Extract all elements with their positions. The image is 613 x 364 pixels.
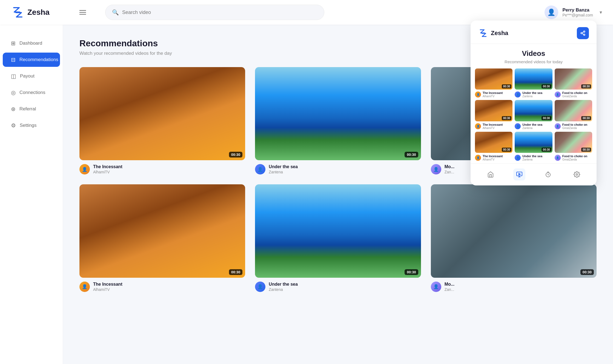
panel-video-item[interactable]: 00:30 👤 The Incessant AlhamiTV (475, 132, 512, 161)
panel-video-title: The Incessant (483, 91, 503, 95)
panel-video-grid: 00:30 👤 The Incessant AlhamiTV 00:30 👤 U… (471, 68, 597, 161)
recommendations-icon: ⊟ (11, 56, 16, 63)
panel-channel-avatar: 👤 (475, 91, 481, 98)
panel-nav-play[interactable] (513, 168, 525, 180)
channel-name: AlhamiTV (93, 170, 122, 174)
panel-video-title: Food to choke on (562, 91, 588, 95)
panel-channel-avatar: 👤 (555, 155, 561, 161)
video-card[interactable]: 00:30 👤 The Incessant AlhamiTV (79, 67, 245, 174)
video-title: Under the sea (269, 164, 298, 169)
chevron-down-icon: ▾ (600, 9, 602, 15)
video-info: The Incessant AlhamiTV (93, 164, 122, 174)
sidebar-item-dashboard[interactable]: ⊞ Dashboard (3, 36, 60, 50)
panel-channel-name: Zantena (522, 127, 542, 130)
panel-video-item[interactable]: 00:30 👤 Under the sea Zantena (515, 100, 552, 129)
panel-video-title: The Incessant (483, 123, 503, 127)
video-meta: 👤 The Incessant AlhamiTV (79, 164, 245, 174)
channel-name: Zantena (269, 287, 298, 292)
channel-avatar: 👤 (79, 282, 90, 292)
panel-share-button[interactable] (577, 27, 589, 39)
panel-nav-home[interactable] (485, 168, 497, 180)
video-meta: 👤 The Incessant AlhamiTV (79, 282, 245, 292)
panel-channel-avatar: 👤 (555, 91, 561, 98)
connections-icon: ◎ (11, 89, 16, 96)
video-info: Under the sea Zantena (269, 282, 298, 292)
search-bar[interactable]: 🔍 (105, 5, 324, 20)
channel-name: Zan... (445, 170, 454, 174)
video-card[interactable]: 00:30 👤 The Incessant AlhamiTV (79, 184, 245, 292)
channel-name: Zan... (445, 287, 454, 292)
svg-point-1 (581, 33, 582, 34)
panel-video-title: Food to choke on (562, 154, 588, 158)
channel-name: AlhamiTV (93, 287, 122, 292)
hamburger-menu[interactable] (77, 7, 89, 17)
search-input[interactable] (122, 10, 317, 15)
user-email: Pe***@gmail.com (563, 13, 593, 17)
user-area[interactable]: 👤 Perry Banza Pe***@gmail.com ▾ (545, 5, 602, 19)
panel-logo-icon (478, 28, 488, 38)
panel-channel-name: GreatZanda (562, 95, 588, 98)
logo-area: Zesha (11, 5, 71, 19)
video-meta: 👤 Mo... Zan... (431, 282, 597, 292)
overlay-panel: Zesha Videos Recommended videos for toda… (471, 21, 597, 185)
video-meta: 👤 Under the sea Zantena (255, 164, 421, 174)
panel-video-item[interactable]: 00:30 👤 The Incessant AlhamiTV (475, 100, 512, 129)
video-title: Mo... (445, 164, 454, 169)
panel-video-meta: 👤 Under the sea Zantena (515, 154, 552, 161)
video-info: Under the sea Zantena (269, 164, 298, 174)
video-card[interactable]: 00:30 👤 Under the sea Zantena (255, 67, 421, 174)
panel-video-item[interactable]: 00:30 👤 Food to choke on GreatZanda (555, 100, 592, 129)
panel-video-meta: 👤 Food to choke on GreatZanda (555, 123, 592, 130)
svg-line-3 (582, 33, 584, 34)
panel-video-item[interactable]: 00:30 👤 The Incessant AlhamiTV (475, 68, 512, 98)
svg-point-2 (584, 34, 585, 35)
user-name: Perry Banza (563, 7, 593, 13)
sidebar-item-settings[interactable]: ⚙ Settings (3, 118, 60, 133)
duration-badge: 00:30 (405, 152, 418, 157)
panel-nav-timer[interactable] (542, 168, 554, 180)
panel-thumbnail: 00:30 (475, 68, 512, 90)
channel-name: Zantena (269, 170, 298, 174)
video-info: Mo... Zan... (445, 282, 454, 292)
panel-video-title: Food to choke on (562, 123, 588, 127)
panel-duration-badge: 00:30 (581, 116, 591, 120)
sidebar-item-recommendations[interactable]: ⊟ Recommendations (3, 53, 60, 67)
channel-avatar: 👤 (431, 282, 441, 292)
video-card[interactable]: 00:30 👤 Under the sea Zantena (255, 184, 421, 292)
panel-thumbnail: 00:30 (515, 68, 552, 90)
panel-duration-badge: 00:30 (542, 116, 551, 120)
panel-nav-settings[interactable] (571, 168, 583, 180)
duration-badge: 00:30 (580, 269, 594, 275)
panel-duration-badge: 00:30 (502, 84, 512, 88)
panel-video-item[interactable]: 00:30 👤 Under the sea Zantena (515, 68, 552, 98)
panel-thumbnail: 00:30 (475, 100, 512, 121)
panel-video-meta: 👤 Under the sea Zantena (515, 91, 552, 98)
panel-channel-name: Zantena (522, 95, 542, 98)
panel-video-item[interactable]: 00:30 👤 Food to choke on GreatZanda (555, 132, 592, 161)
settings-icon: ⚙ (11, 122, 16, 129)
channel-avatar: 👤 (255, 164, 265, 174)
panel-video-title: Under the sea (522, 91, 542, 95)
panel-channel-name: AlhamiTV (483, 158, 503, 161)
panel-channel-avatar: 👤 (515, 123, 521, 129)
panel-video-item[interactable]: 00:30 👤 Under the sea Zantena (515, 132, 552, 161)
svg-point-0 (584, 31, 585, 32)
referral-icon: ⊛ (11, 106, 16, 112)
sidebar-item-connections[interactable]: ◎ Connections (3, 85, 60, 100)
panel-thumbnail: 00:30 (475, 132, 512, 153)
video-title: Under the sea (269, 282, 298, 287)
panel-video-meta: 👤 The Incessant AlhamiTV (475, 154, 512, 161)
sidebar-item-referral[interactable]: ⊛ Referral (3, 102, 60, 116)
panel-duration-badge: 00:30 (542, 148, 551, 152)
video-meta: 👤 Under the sea Zantena (255, 282, 421, 292)
payout-icon: ◫ (11, 73, 16, 79)
panel-channel-avatar: 👤 (555, 123, 561, 129)
duration-badge: 00:30 (229, 269, 242, 275)
video-card[interactable]: 00:30 👤 Mo... Zan... (431, 184, 597, 292)
sidebar-item-payout[interactable]: ◫ Payout (3, 69, 60, 83)
panel-channel-name: Zantena (522, 158, 542, 161)
panel-video-item[interactable]: 00:30 👤 Food to choke on GreatZanda (555, 68, 592, 98)
svg-marker-8 (519, 173, 520, 175)
panel-channel-name: AlhamiTV (483, 95, 503, 98)
panel-channel-name: GreatZanda (562, 127, 588, 130)
